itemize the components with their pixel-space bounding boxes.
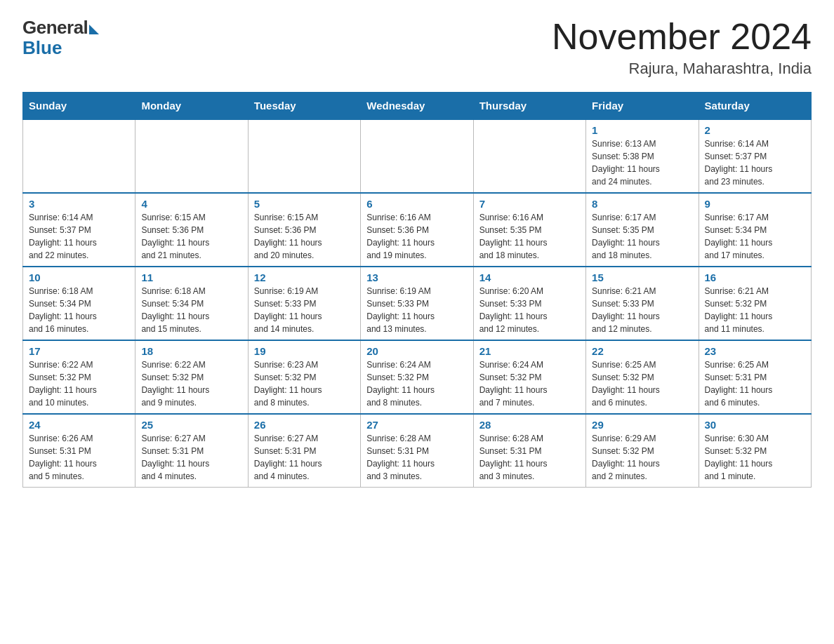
week-row-3: 10Sunrise: 6:18 AMSunset: 5:34 PMDayligh… [23,267,812,340]
day-info: Sunrise: 6:19 AMSunset: 5:33 PMDaylight:… [254,285,355,335]
day-info: Sunrise: 6:27 AMSunset: 5:31 PMDaylight:… [141,432,241,483]
week-row-1: 1Sunrise: 6:13 AMSunset: 5:38 PMDaylight… [23,119,812,193]
calendar-cell: 2Sunrise: 6:14 AMSunset: 5:37 PMDaylight… [699,119,811,193]
day-number: 27 [366,419,467,431]
day-info: Sunrise: 6:19 AMSunset: 5:33 PMDaylight:… [366,285,467,335]
week-row-5: 24Sunrise: 6:26 AMSunset: 5:31 PMDayligh… [23,414,812,488]
calendar-cell: 23Sunrise: 6:25 AMSunset: 5:31 PMDayligh… [699,340,811,414]
column-header-monday: Monday [135,93,248,120]
calendar-cell: 19Sunrise: 6:23 AMSunset: 5:32 PMDayligh… [248,340,360,414]
day-info: Sunrise: 6:14 AMSunset: 5:37 PMDaylight:… [705,137,805,188]
calendar-cell [473,119,585,193]
day-info: Sunrise: 6:21 AMSunset: 5:32 PMDaylight:… [705,285,805,335]
calendar-cell: 10Sunrise: 6:18 AMSunset: 5:34 PMDayligh… [23,267,135,340]
day-info: Sunrise: 6:28 AMSunset: 5:31 PMDaylight:… [479,432,580,483]
day-number: 18 [141,345,241,357]
calendar-cell: 14Sunrise: 6:20 AMSunset: 5:33 PMDayligh… [473,267,585,340]
day-info: Sunrise: 6:17 AMSunset: 5:35 PMDaylight:… [592,211,692,262]
calendar-cell: 27Sunrise: 6:28 AMSunset: 5:31 PMDayligh… [361,414,473,488]
calendar-cell: 1Sunrise: 6:13 AMSunset: 5:38 PMDaylight… [586,119,699,193]
day-info: Sunrise: 6:28 AMSunset: 5:31 PMDaylight:… [366,432,467,483]
day-info: Sunrise: 6:18 AMSunset: 5:34 PMDaylight:… [141,285,241,335]
day-info: Sunrise: 6:25 AMSunset: 5:32 PMDaylight:… [592,358,692,409]
calendar-cell: 13Sunrise: 6:19 AMSunset: 5:33 PMDayligh… [361,267,473,340]
column-header-thursday: Thursday [473,93,585,120]
calendar-cell: 24Sunrise: 6:26 AMSunset: 5:31 PMDayligh… [23,414,135,488]
calendar-cell: 6Sunrise: 6:16 AMSunset: 5:36 PMDaylight… [361,193,473,267]
calendar-cell [23,119,135,193]
day-info: Sunrise: 6:15 AMSunset: 5:36 PMDaylight:… [141,211,241,262]
calendar-cell [248,119,360,193]
calendar-cell: 16Sunrise: 6:21 AMSunset: 5:32 PMDayligh… [699,267,811,340]
week-row-4: 17Sunrise: 6:22 AMSunset: 5:32 PMDayligh… [23,340,812,414]
day-info: Sunrise: 6:22 AMSunset: 5:32 PMDaylight:… [29,358,129,409]
calendar-cell: 11Sunrise: 6:18 AMSunset: 5:34 PMDayligh… [135,267,248,340]
day-info: Sunrise: 6:14 AMSunset: 5:37 PMDaylight:… [29,211,129,262]
location-title: Rajura, Maharashtra, India [552,60,812,78]
calendar-cell: 29Sunrise: 6:29 AMSunset: 5:32 PMDayligh… [586,414,699,488]
day-number: 10 [29,271,129,283]
calendar-cell: 9Sunrise: 6:17 AMSunset: 5:34 PMDaylight… [699,193,811,267]
day-info: Sunrise: 6:29 AMSunset: 5:32 PMDaylight:… [592,432,692,483]
day-number: 28 [479,419,580,431]
day-number: 1 [592,124,692,136]
day-number: 16 [705,271,805,283]
day-info: Sunrise: 6:17 AMSunset: 5:34 PMDaylight:… [705,211,805,262]
day-info: Sunrise: 6:23 AMSunset: 5:32 PMDaylight:… [254,358,355,409]
day-info: Sunrise: 6:15 AMSunset: 5:36 PMDaylight:… [254,211,355,262]
day-number: 4 [141,198,241,210]
day-number: 29 [592,419,692,431]
day-number: 25 [141,419,241,431]
calendar-cell: 25Sunrise: 6:27 AMSunset: 5:31 PMDayligh… [135,414,248,488]
logo-triangle-icon [89,25,99,34]
day-number: 11 [141,271,241,283]
day-number: 19 [254,345,355,357]
calendar-cell: 20Sunrise: 6:24 AMSunset: 5:32 PMDayligh… [361,340,473,414]
calendar-cell: 12Sunrise: 6:19 AMSunset: 5:33 PMDayligh… [248,267,360,340]
calendar-cell: 21Sunrise: 6:24 AMSunset: 5:32 PMDayligh… [473,340,585,414]
calendar-cell: 28Sunrise: 6:28 AMSunset: 5:31 PMDayligh… [473,414,585,488]
day-number: 2 [705,124,805,136]
day-info: Sunrise: 6:13 AMSunset: 5:38 PMDaylight:… [592,137,692,188]
day-number: 23 [705,345,805,357]
month-title: November 2024 [552,17,812,57]
page-header: General Blue November 2024 Rajura, Mahar… [22,17,812,78]
day-number: 7 [479,198,580,210]
calendar-cell: 5Sunrise: 6:15 AMSunset: 5:36 PMDaylight… [248,193,360,267]
calendar-cell: 22Sunrise: 6:25 AMSunset: 5:32 PMDayligh… [586,340,699,414]
column-header-saturday: Saturday [699,93,811,120]
column-header-sunday: Sunday [23,93,135,120]
calendar-cell [135,119,248,193]
column-header-wednesday: Wednesday [361,93,473,120]
column-header-friday: Friday [586,93,699,120]
day-info: Sunrise: 6:27 AMSunset: 5:31 PMDaylight:… [254,432,355,483]
day-number: 24 [29,419,129,431]
calendar-cell: 7Sunrise: 6:16 AMSunset: 5:35 PMDaylight… [473,193,585,267]
day-number: 8 [592,198,692,210]
calendar-cell: 8Sunrise: 6:17 AMSunset: 5:35 PMDaylight… [586,193,699,267]
day-info: Sunrise: 6:16 AMSunset: 5:35 PMDaylight:… [479,211,580,262]
calendar-cell: 3Sunrise: 6:14 AMSunset: 5:37 PMDaylight… [23,193,135,267]
day-info: Sunrise: 6:30 AMSunset: 5:32 PMDaylight:… [705,432,805,483]
logo-general-text: General [22,17,88,39]
day-info: Sunrise: 6:22 AMSunset: 5:32 PMDaylight:… [141,358,241,409]
day-info: Sunrise: 6:25 AMSunset: 5:31 PMDaylight:… [705,358,805,409]
logo-blue-text: Blue [22,37,62,59]
title-section: November 2024 Rajura, Maharashtra, India [552,17,812,78]
day-number: 20 [366,345,467,357]
calendar-header-row: SundayMondayTuesdayWednesdayThursdayFrid… [23,93,812,120]
day-number: 15 [592,271,692,283]
week-row-2: 3Sunrise: 6:14 AMSunset: 5:37 PMDaylight… [23,193,812,267]
calendar-cell: 15Sunrise: 6:21 AMSunset: 5:33 PMDayligh… [586,267,699,340]
column-header-tuesday: Tuesday [248,93,360,120]
day-number: 30 [705,419,805,431]
day-number: 22 [592,345,692,357]
day-number: 21 [479,345,580,357]
day-info: Sunrise: 6:18 AMSunset: 5:34 PMDaylight:… [29,285,129,335]
day-info: Sunrise: 6:24 AMSunset: 5:32 PMDaylight:… [479,358,580,409]
day-info: Sunrise: 6:21 AMSunset: 5:33 PMDaylight:… [592,285,692,335]
day-number: 12 [254,271,355,283]
day-number: 5 [254,198,355,210]
day-number: 13 [366,271,467,283]
day-number: 6 [366,198,467,210]
